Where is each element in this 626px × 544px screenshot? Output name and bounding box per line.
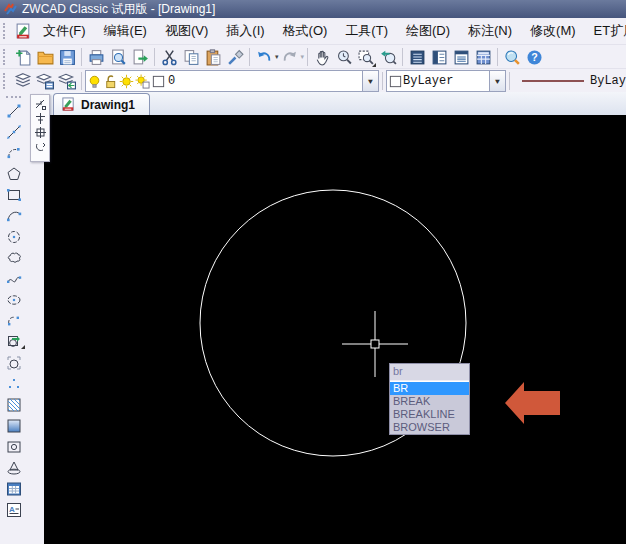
rectangle-icon bbox=[6, 187, 22, 203]
toolbar-grip[interactable] bbox=[3, 49, 7, 65]
suggestion-browser[interactable]: BROWSER bbox=[390, 421, 469, 434]
pan-hand-icon bbox=[314, 49, 331, 66]
linetype-combobox[interactable]: ByLayer bbox=[513, 70, 626, 92]
save-file-button[interactable] bbox=[56, 46, 78, 68]
arc-icon bbox=[6, 208, 22, 224]
find-button[interactable] bbox=[501, 46, 523, 68]
command-input[interactable]: br bbox=[390, 364, 469, 381]
insert-block-tool-button[interactable] bbox=[2, 334, 26, 350]
zoom-realtime-icon bbox=[336, 49, 353, 66]
table-tool-button[interactable] bbox=[2, 481, 26, 497]
region-tool-button[interactable] bbox=[2, 439, 26, 455]
line-tool-button[interactable] bbox=[2, 103, 26, 119]
layer-previous-button[interactable] bbox=[56, 70, 78, 92]
print-preview-button[interactable] bbox=[107, 46, 129, 68]
construction-line-icon bbox=[6, 124, 22, 140]
zoom-previous-icon bbox=[380, 49, 397, 66]
color-combobox[interactable]: ByLayer ▼ bbox=[386, 70, 506, 92]
match-properties-button[interactable] bbox=[224, 46, 246, 68]
ellipse-arc-tool-button[interactable] bbox=[2, 313, 26, 329]
quickcalc-button[interactable] bbox=[472, 46, 494, 68]
snap-from-icon[interactable] bbox=[34, 98, 47, 111]
print-button[interactable] bbox=[85, 46, 107, 68]
mtext-tool-button[interactable]: A bbox=[2, 502, 26, 518]
help-button[interactable]: ? bbox=[523, 46, 545, 68]
new-file-button[interactable] bbox=[12, 46, 34, 68]
cut-button[interactable] bbox=[158, 46, 180, 68]
layer-combobox[interactable]: 0 ▼ bbox=[85, 70, 379, 92]
layer-states-button[interactable] bbox=[34, 70, 56, 92]
designcenter-button[interactable] bbox=[450, 46, 472, 68]
layer-color-swatch bbox=[150, 73, 166, 89]
point-tool-button[interactable] bbox=[2, 376, 26, 392]
insert-block-icon bbox=[6, 334, 22, 350]
command-autocomplete: br BR BREAK BREAKLINE BROWSER bbox=[389, 363, 470, 435]
drawing-canvas[interactable]: br BR BREAK BREAKLINE BROWSER bbox=[44, 115, 626, 544]
polyline-tool-button[interactable] bbox=[2, 145, 26, 161]
ellipse-tool-button[interactable] bbox=[2, 292, 26, 308]
temporary-track-point-icon[interactable] bbox=[34, 112, 47, 125]
dwg-file-icon bbox=[61, 97, 76, 112]
toolbar-separator bbox=[81, 72, 82, 90]
menu-view[interactable]: 视图(V) bbox=[156, 18, 217, 44]
zwcad-window: ZWCAD Classic 试用版 - [Drawing1] 文件(F) 编辑(… bbox=[0, 0, 626, 544]
toolbar-separator bbox=[81, 48, 82, 66]
menu-format[interactable]: 格式(O) bbox=[274, 18, 337, 44]
redo-dropdown-caret[interactable]: ▾ bbox=[301, 53, 305, 61]
menu-tools[interactable]: 工具(T) bbox=[336, 18, 397, 44]
construction-line-tool-button[interactable] bbox=[2, 124, 26, 140]
menu-file[interactable]: 文件(F) bbox=[34, 18, 95, 44]
properties-palette-button[interactable] bbox=[406, 46, 428, 68]
window-title: ZWCAD Classic 试用版 - [Drawing1] bbox=[22, 1, 215, 18]
menu-edit[interactable]: 编辑(E) bbox=[95, 18, 156, 44]
floating-mini-toolbar bbox=[30, 94, 50, 162]
snap-to-tangent-icon[interactable] bbox=[34, 140, 47, 153]
suggestion-breakline[interactable]: BREAKLINE bbox=[390, 408, 469, 421]
menu-modify[interactable]: 修改(M) bbox=[521, 18, 585, 44]
suggestion-br[interactable]: BR bbox=[390, 382, 469, 395]
hatch-tool-button[interactable] bbox=[2, 397, 26, 413]
suggestion-break[interactable]: BREAK bbox=[390, 395, 469, 408]
zoom-window-button[interactable] bbox=[355, 46, 377, 68]
arc-tool-button[interactable] bbox=[2, 208, 26, 224]
title-bar: ZWCAD Classic 试用版 - [Drawing1] bbox=[0, 0, 626, 19]
open-file-button[interactable] bbox=[34, 46, 56, 68]
gradient-tool-button[interactable] bbox=[2, 418, 26, 434]
draw-toolbar-grip[interactable] bbox=[6, 96, 21, 100]
make-block-tool-button[interactable] bbox=[2, 355, 26, 371]
layer-properties-button[interactable] bbox=[12, 70, 34, 92]
tab-label: Drawing1 bbox=[81, 98, 135, 112]
gradient-icon bbox=[6, 418, 22, 434]
quickcalc-icon bbox=[475, 49, 492, 66]
undo-button[interactable] bbox=[253, 46, 275, 68]
spline-tool-button[interactable] bbox=[2, 271, 26, 287]
document-tab-bar: Drawing1 bbox=[44, 92, 626, 116]
paste-button[interactable] bbox=[202, 46, 224, 68]
zoom-realtime-button[interactable] bbox=[333, 46, 355, 68]
copy-button[interactable] bbox=[180, 46, 202, 68]
menu-insert[interactable]: 插入(I) bbox=[217, 18, 273, 44]
tool-palettes-button[interactable] bbox=[428, 46, 450, 68]
menu-et-extended-tools[interactable]: ET扩展工具(X) bbox=[585, 18, 626, 44]
circle-tool-button[interactable] bbox=[2, 229, 26, 245]
zoom-previous-button[interactable] bbox=[377, 46, 399, 68]
revision-cloud-tool-button[interactable] bbox=[2, 250, 26, 266]
plot-export-icon bbox=[132, 49, 149, 66]
snap-to-endpoint-icon[interactable] bbox=[34, 126, 47, 139]
menubar-grip[interactable] bbox=[3, 23, 7, 39]
toolbar-grip[interactable] bbox=[3, 73, 7, 89]
menu-draw[interactable]: 绘图(D) bbox=[397, 18, 459, 44]
menu-dimension[interactable]: 标注(N) bbox=[459, 18, 521, 44]
plot-button[interactable] bbox=[129, 46, 151, 68]
pan-button[interactable] bbox=[311, 46, 333, 68]
polygon-tool-button[interactable] bbox=[2, 166, 26, 182]
wipeout-tool-button[interactable] bbox=[2, 460, 26, 476]
color-combo-caret[interactable]: ▼ bbox=[489, 71, 505, 91]
tool-palettes-icon bbox=[431, 49, 448, 66]
layer-combo-caret[interactable]: ▼ bbox=[362, 71, 378, 91]
rectangle-tool-button[interactable] bbox=[2, 187, 26, 203]
tab-drawing1[interactable]: Drawing1 bbox=[53, 93, 150, 115]
new-file-icon bbox=[15, 49, 32, 66]
redo-button[interactable] bbox=[279, 46, 301, 68]
app-logo-icon[interactable] bbox=[4, 3, 17, 16]
